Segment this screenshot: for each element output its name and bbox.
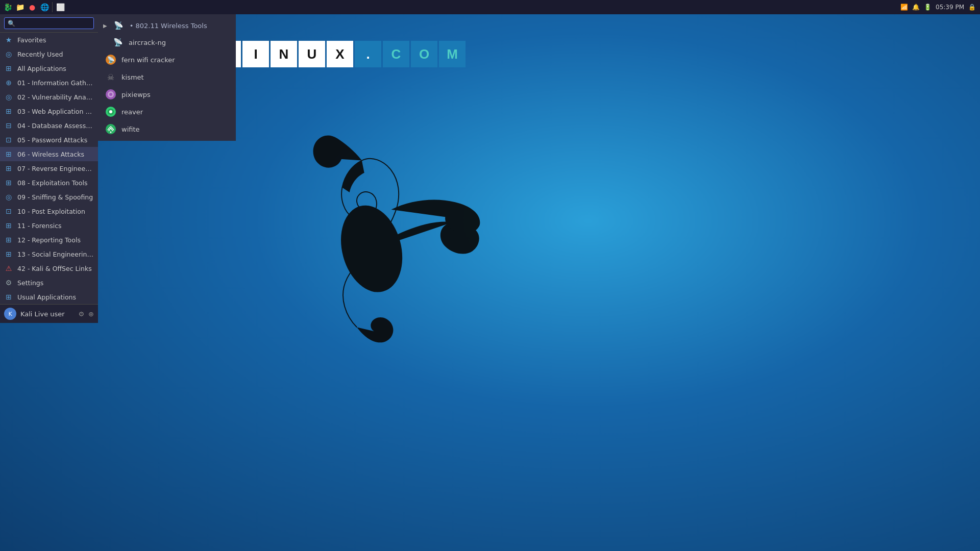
menu-item-usual-apps[interactable]: ⊞ Usual Applications [0, 290, 98, 304]
submenu-item-kismet[interactable]: ☠ kismet [98, 68, 236, 86]
taskbar-window-icon[interactable]: ⬜ [55, 2, 66, 13]
pixiewps-icon [105, 89, 116, 100]
fern-wifi-icon: 📡 [105, 54, 116, 65]
recently-used-label: Recently Used [17, 51, 63, 58]
reaver-icon [105, 106, 116, 117]
02-vuln-label: 02 - Vulnerability Analysis [17, 93, 94, 101]
svg-point-5 [109, 93, 112, 96]
07-reverse-icon: ⊞ [4, 164, 13, 173]
taskbar-left: 🐉 📁 ● 🌐 ⬜ [0, 2, 68, 13]
fern-wifi-label: fern wifi cracker [121, 56, 175, 64]
menu-item-03-web[interactable]: ⊞ 03 - Web Application Analysis [0, 104, 98, 118]
11-forensics-icon: ⊞ [4, 221, 13, 230]
menu-item-04-db[interactable]: ⊟ 04 - Database Assessment [0, 118, 98, 133]
settings-icon: ⚙ [4, 278, 13, 287]
taskbar-terminal-icon[interactable]: ● [27, 2, 38, 13]
taskbar: 🐉 📁 ● 🌐 ⬜ 📶 🔔 🔋 05:39 PM 🔒 [0, 0, 980, 14]
03-web-label: 03 - Web Application Analysis [17, 108, 94, 115]
svg-point-0 [332, 198, 411, 299]
submenu-802-label: • 802.11 Wireless Tools [130, 22, 207, 30]
taskbar-browser-icon[interactable]: 🌐 [39, 2, 50, 13]
taskbar-lock-icon: 🔒 [968, 4, 976, 11]
taskbar-time: 05:39 PM [936, 4, 964, 11]
08-exploit-icon: ⊞ [4, 178, 13, 187]
menu-item-01-info[interactable]: ⊕ 01 - Information Gathering [0, 76, 98, 90]
menu-item-08-exploit[interactable]: ⊞ 08 - Exploitation Tools [0, 176, 98, 190]
menu-item-10-post[interactable]: ⊡ 10 - Post Exploitation [0, 204, 98, 218]
pixiewps-label: pixiewps [121, 91, 151, 98]
01-info-icon: ⊕ [4, 78, 13, 87]
taskbar-sound-icon: 🔔 [912, 4, 920, 11]
submenu-item-reaver[interactable]: reaver [98, 103, 236, 120]
menu-item-13-social[interactable]: ⊞ 13 - Social Engineering Tools [0, 247, 98, 261]
aircrack-label: aircrack-ng [129, 39, 166, 46]
menu-item-favorites[interactable]: ★ Favorites [0, 33, 98, 47]
app-menu: 🔍 ★ Favorites ◎ Recently Used ⊞ All Appl… [0, 14, 98, 323]
menu-item-recently-used[interactable]: ◎ Recently Used [0, 47, 98, 61]
user-avatar: K [4, 308, 16, 320]
taskbar-app-menu-icon[interactable]: 🐉 [2, 2, 13, 13]
11-forensics-label: 11 - Forensics [17, 222, 62, 230]
09-sniff-label: 09 - Sniffing & Spoofing [17, 193, 93, 201]
42-kali-label: 42 - Kali & OffSec Links [17, 265, 92, 272]
42-kali-icon: ⚠ [4, 264, 13, 273]
search-input[interactable] [17, 19, 90, 27]
10-post-label: 10 - Post Exploitation [17, 208, 85, 215]
09-sniff-icon: ◎ [4, 192, 13, 202]
submenu-item-fern-wifi[interactable]: 📡 fern wifi cracker [98, 51, 236, 68]
aircrack-icon: 📡 [112, 37, 124, 48]
menu-item-06-wireless[interactable]: ⊞ 06 - Wireless Attacks [0, 147, 98, 161]
kismet-label: kismet [121, 73, 144, 81]
menu-item-settings[interactable]: ⚙ Settings [0, 276, 98, 290]
all-applications-icon: ⊞ [4, 64, 13, 73]
all-applications-label: All Applications [17, 65, 66, 72]
12-reporting-label: 12 - Reporting Tools [17, 236, 81, 244]
taskbar-battery-icon: 🔋 [924, 4, 932, 11]
favorites-icon: ★ [4, 35, 13, 44]
svg-point-7 [109, 110, 112, 113]
usual-apps-label: Usual Applications [17, 293, 76, 301]
submenu-item-802-header[interactable]: ▶ 📡 • 802.11 Wireless Tools [98, 17, 236, 34]
submenu-item-pixiewps[interactable]: pixiewps [98, 86, 236, 103]
menu-item-12-reporting[interactable]: ⊞ 12 - Reporting Tools [0, 233, 98, 247]
submenu-panel-wireless: ▶ 📡 • 802.11 Wireless Tools 📡 aircrack-n… [98, 14, 236, 141]
wifite-label: wifite [121, 126, 140, 133]
menu-item-42-kali[interactable]: ⚠ 42 - Kali & OffSec Links [0, 261, 98, 276]
usual-apps-icon: ⊞ [4, 292, 13, 302]
05-pass-label: 05 - Password Attacks [17, 136, 87, 144]
menu-item-07-reverse[interactable]: ⊞ 07 - Reverse Engineering [0, 161, 98, 176]
taskbar-right: 📶 🔔 🔋 05:39 PM 🔒 [896, 4, 980, 11]
menu-items-list: ★ Favorites ◎ Recently Used ⊞ All Applic… [0, 33, 98, 304]
search-input-wrapper[interactable]: 🔍 [4, 17, 94, 29]
04-db-icon: ⊟ [4, 121, 13, 130]
footer-settings-icon[interactable]: ⚙ [78, 310, 84, 318]
taskbar-separator [52, 2, 53, 12]
taskbar-file-manager-icon[interactable]: 📁 [14, 2, 26, 13]
svg-text:📡: 📡 [107, 56, 115, 63]
04-db-label: 04 - Database Assessment [17, 122, 94, 130]
submenu-item-wifite[interactable]: wifite [98, 120, 236, 138]
reaver-label: reaver [121, 108, 143, 116]
12-reporting-icon: ⊞ [4, 235, 13, 244]
favorites-label: Favorites [17, 36, 46, 44]
logo-char-n: N [271, 41, 297, 67]
menu-item-02-vuln[interactable]: ◎ 02 - Vulnerability Analysis [0, 90, 98, 104]
menu-item-11-forensics[interactable]: ⊞ 11 - Forensics [0, 218, 98, 233]
logo-char-dot: . [355, 41, 381, 67]
wifite-icon [105, 123, 116, 135]
search-bar: 🔍 [0, 14, 98, 33]
user-name: Kali Live user [20, 310, 78, 318]
logo-char-x: X [327, 41, 353, 67]
menu-item-all-applications[interactable]: ⊞ All Applications [0, 61, 98, 76]
logo-char-i: I [242, 41, 269, 67]
menu-footer: K Kali Live user ⚙ ⊕ [0, 304, 98, 323]
05-pass-icon: ⊡ [4, 135, 13, 144]
03-web-icon: ⊞ [4, 107, 13, 116]
submenu-item-aircrack[interactable]: 📡 aircrack-ng [98, 34, 236, 51]
menu-item-05-pass[interactable]: ⊡ 05 - Password Attacks [0, 133, 98, 147]
02-vuln-icon: ◎ [4, 92, 13, 102]
submenu-802-icon: 📡 [113, 20, 125, 31]
logo-char-c: C [383, 41, 409, 67]
menu-item-09-sniff[interactable]: ◎ 09 - Sniffing & Spoofing [0, 190, 98, 204]
footer-power-icon[interactable]: ⊕ [88, 310, 94, 318]
